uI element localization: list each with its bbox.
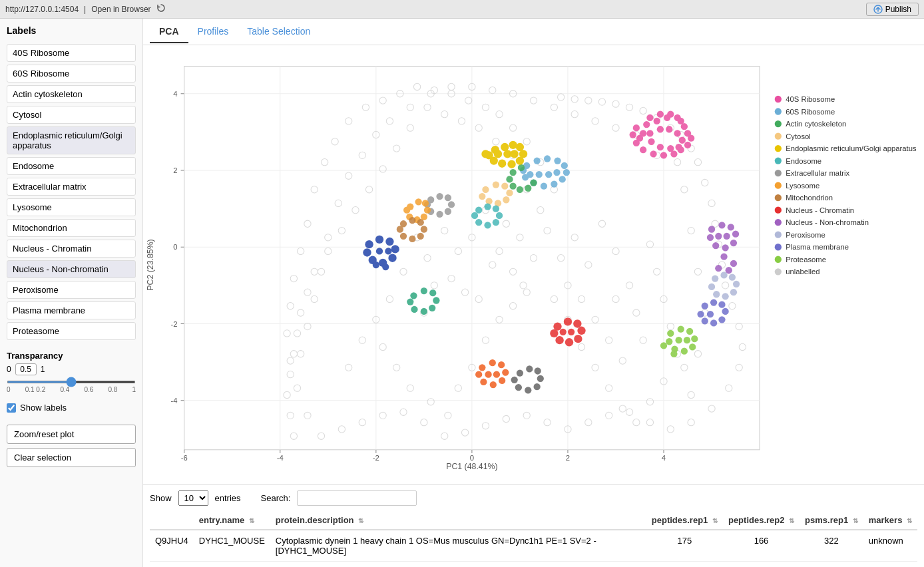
tab-profiles[interactable]: Profiles: [188, 21, 238, 43]
label-item-extracellular_matrix[interactable]: Extracellular matrix: [7, 178, 136, 196]
svg-text:4: 4: [173, 90, 177, 98]
svg-point-373: [689, 343, 696, 350]
open-in-browser-link[interactable]: Open in Browser: [91, 5, 150, 14]
svg-point-335: [550, 329, 558, 337]
svg-point-388: [363, 248, 371, 256]
svg-point-277: [506, 190, 513, 196]
svg-point-369: [667, 330, 674, 337]
svg-point-413: [535, 367, 541, 374]
svg-point-395: [429, 289, 436, 296]
refresh-icon[interactable]: [156, 3, 166, 15]
label-item-nucleus_chromatin[interactable]: Nucleus - Chromatin: [7, 240, 136, 258]
label-item-40s_ribosome[interactable]: 40S Ribosome: [7, 44, 136, 62]
svg-point-265: [545, 171, 552, 178]
label-item-nucleus_non_chromatin[interactable]: Nucleus - Non-chromatin: [7, 260, 136, 278]
svg-point-429: [775, 157, 782, 164]
svg-point-356: [730, 289, 737, 295]
search-input[interactable]: [297, 490, 417, 506]
sort-icon-markers: ⇅: [907, 517, 912, 524]
col-header-protein-desc[interactable]: protein.description ⇅: [270, 511, 646, 530]
publish-button[interactable]: Publish: [866, 3, 919, 16]
svg-point-374: [681, 348, 688, 355]
svg-point-351: [715, 265, 722, 272]
cell-psms-rep1: 322: [800, 530, 863, 562]
show-labels-checkbox[interactable]: [7, 403, 16, 413]
svg-text:40S Ribosome: 40S Ribosome: [786, 95, 835, 103]
svg-point-409: [485, 371, 491, 377]
svg-point-340: [728, 224, 734, 230]
svg-point-393: [410, 292, 417, 299]
tab-table-selection[interactable]: Table Selection: [238, 21, 320, 43]
svg-point-252: [534, 157, 541, 164]
svg-text:2: 2: [173, 166, 177, 174]
svg-point-259: [541, 183, 547, 190]
cell-protein-desc: Cytoplasmic dynein 1 heavy chain 1 OS=Mu…: [270, 530, 646, 562]
x-axis-label: PC1 (48.41%): [446, 462, 497, 471]
slider-min: 0: [7, 365, 11, 374]
zoom-reset-button[interactable]: Zoom/reset plot: [7, 425, 136, 444]
svg-point-398: [421, 308, 427, 315]
svg-text:Nucleus - Non-chromatin: Nucleus - Non-chromatin: [786, 218, 869, 226]
tab-pca[interactable]: PCA: [150, 21, 188, 43]
svg-point-266: [553, 169, 560, 176]
svg-point-372: [691, 335, 698, 342]
label-item-actin_cytoskeleton[interactable]: Actin cytoskeleton: [7, 85, 136, 103]
pca-plot[interactable]: PC2 (23.85%) PC1 (48.41%) 4 2 0 -2 -4 -6: [143, 45, 924, 484]
col-header-entry-name[interactable]: entry.name ⇅: [194, 511, 270, 530]
svg-point-300: [493, 219, 499, 226]
svg-point-306: [445, 194, 451, 201]
entries-select[interactable]: 10 25 50: [178, 490, 208, 506]
svg-text:Plasma membrane: Plasma membrane: [786, 243, 849, 251]
col-header-markers[interactable]: markers ⇅: [863, 511, 917, 530]
label-item-mitochondrion[interactable]: Mitochondrion: [7, 219, 136, 237]
table-row[interactable]: Q9JHU4 DYHC1_MOUSE Cytoplasmic dynein 1 …: [150, 530, 917, 562]
svg-point-295: [511, 150, 519, 158]
svg-point-273: [530, 179, 537, 186]
svg-point-221: [643, 121, 650, 128]
svg-point-248: [657, 144, 664, 150]
col-header-peptides-rep1[interactable]: peptides.rep1 ⇅: [646, 511, 723, 530]
svg-point-297: [484, 203, 491, 210]
svg-point-324: [417, 233, 424, 240]
label-item-lysosome[interactable]: Lysosome: [7, 198, 136, 216]
svg-point-364: [718, 316, 725, 323]
svg-point-411: [517, 369, 523, 376]
svg-text:-2: -2: [373, 454, 379, 462]
label-item-plasma_membrane[interactable]: Plasma membrane: [7, 301, 136, 319]
svg-point-345: [707, 234, 714, 241]
svg-point-397: [429, 305, 435, 311]
main-layout: Labels 40S Ribosome60S RibosomeActin cyt…: [0, 19, 924, 567]
col-header-peptides-rep2[interactable]: peptides.rep2 ⇅: [723, 511, 800, 530]
svg-point-441: [775, 232, 782, 238]
transparency-slider[interactable]: [7, 381, 136, 383]
svg-point-347: [724, 233, 730, 240]
svg-point-370: [678, 326, 684, 333]
svg-point-355: [733, 281, 740, 287]
svg-point-383: [385, 238, 393, 246]
label-item-proteasome[interactable]: Proteasome: [7, 322, 136, 340]
svg-text:Peroxisome: Peroxisome: [786, 231, 825, 239]
svg-point-344: [712, 242, 719, 249]
label-item-er_golgi[interactable]: Endoplasmic reticulum/Golgi apparatus: [7, 126, 136, 154]
label-item-peroxisome[interactable]: Peroxisome: [7, 281, 136, 299]
cell-peptides-rep2: 166: [723, 530, 800, 562]
separator: |: [84, 5, 86, 14]
svg-point-289: [507, 160, 515, 168]
svg-point-246: [675, 144, 682, 150]
svg-point-243: [666, 126, 672, 132]
label-item-cytosol[interactable]: Cytosol: [7, 106, 136, 124]
svg-point-314: [422, 200, 429, 206]
svg-point-423: [775, 120, 782, 127]
svg-point-281: [479, 193, 485, 200]
svg-point-404: [502, 369, 509, 375]
clear-selection-button[interactable]: Clear selection: [7, 448, 136, 467]
col-header-psms-rep1[interactable]: psms.rep1 ⇅: [800, 511, 863, 530]
label-item-60s_ribosome[interactable]: 60S Ribosome: [7, 65, 136, 83]
svg-point-408: [475, 371, 482, 377]
svg-text:unlabelled: unlabelled: [786, 268, 820, 276]
svg-point-390: [385, 248, 391, 254]
svg-point-239: [630, 131, 636, 138]
svg-point-437: [775, 207, 782, 214]
label-item-endosome[interactable]: Endosome: [7, 157, 136, 175]
sort-icon-pep2: ⇅: [789, 517, 794, 524]
